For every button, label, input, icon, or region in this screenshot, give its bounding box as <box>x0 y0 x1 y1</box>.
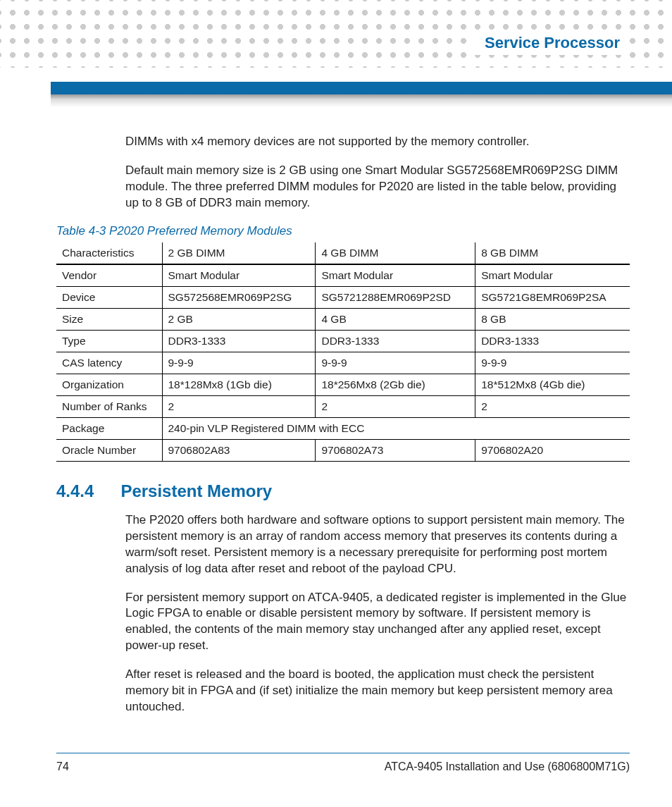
table-row: Size 2 GB 4 GB 8 GB <box>56 308 630 330</box>
table-row: Organization 18*128Mx8 (1Gb die) 18*256M… <box>56 374 630 395</box>
table-row: Type DDR3-1333 DDR3-1333 DDR3-1333 <box>56 330 630 352</box>
intro-paragraph-1: DIMMs with x4 memory devices are not sup… <box>125 134 630 150</box>
table-row: Number of Ranks 2 2 2 <box>56 395 630 417</box>
intro-paragraph-2: Default main memory size is 2 GB using o… <box>125 163 630 211</box>
table-row: Oracle Number 9706802A83 9706802A73 9706… <box>56 439 630 461</box>
section-paragraph-2: For persistent memory support on ATCA-94… <box>125 590 630 655</box>
th-characteristics: Characteristics <box>56 242 162 264</box>
memory-modules-table: Characteristics 2 GB DIMM 4 GB DIMM 8 GB… <box>56 242 630 462</box>
section-paragraph-3: After reset is released and the board is… <box>125 667 630 715</box>
document-id: ATCA-9405 Installation and Use (6806800M… <box>385 760 630 773</box>
header-blue-rule <box>51 82 672 94</box>
section-number: 4.4.4 <box>56 481 94 501</box>
table-row: Package 240-pin VLP Registered DIMM with… <box>56 417 630 439</box>
section-heading: 4.4.4 Persistent Memory <box>56 481 630 501</box>
table-caption: Table 4-3 P2020 Preferred Memory Modules <box>56 224 630 238</box>
header-shadow <box>51 94 672 107</box>
table-row: Vendor Smart Modular Smart Modular Smart… <box>56 264 630 287</box>
section-title: Persistent Memory <box>120 481 272 501</box>
th-4gb: 4 GB DIMM <box>316 242 475 264</box>
th-8gb: 8 GB DIMM <box>475 242 630 264</box>
section-paragraph-1: The P2020 offers both hardware and softw… <box>125 512 630 577</box>
page-footer: 74 ATCA-9405 Installation and Use (68068… <box>56 753 630 773</box>
page-content: DIMMs with x4 memory devices are not sup… <box>56 134 630 728</box>
table-row: Device SG572568EMR069P2SG SG5721288EMR06… <box>56 286 630 308</box>
table-row: CAS latency 9-9-9 9-9-9 9-9-9 <box>56 352 630 374</box>
page-number: 74 <box>56 760 69 773</box>
page-header-title: Service Processor <box>475 31 630 55</box>
th-2gb: 2 GB DIMM <box>162 242 316 264</box>
table-header-row: Characteristics 2 GB DIMM 4 GB DIMM 8 GB… <box>56 242 630 264</box>
